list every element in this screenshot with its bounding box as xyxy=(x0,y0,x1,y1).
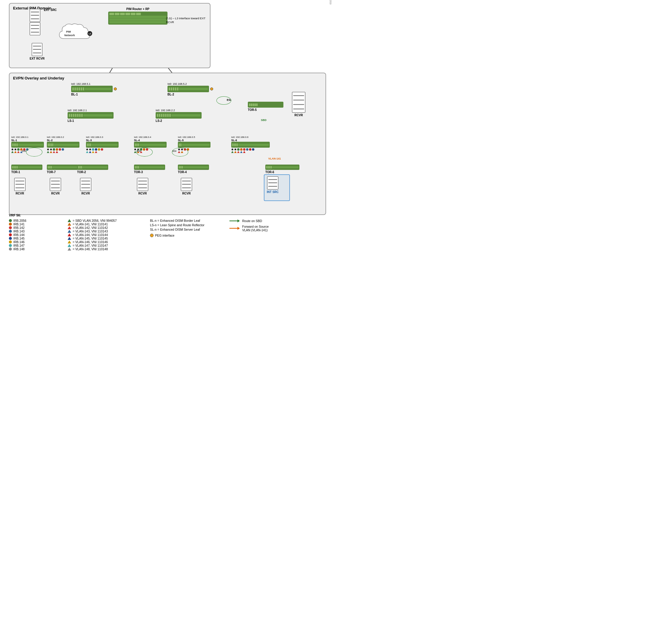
ext-src-label: EXT SRC xyxy=(44,8,56,12)
tor6-label: TOR-6 xyxy=(265,171,299,174)
tor1-area: TOR-1 xyxy=(11,164,43,174)
tor2-label: TOR-2 xyxy=(77,171,108,174)
rcvr-tor1: RCVR xyxy=(14,178,26,195)
legend-irb148: IRB.148 xyxy=(9,247,65,251)
tor4-area: TOR-4 xyxy=(178,164,209,174)
ls1-label: LS-1 xyxy=(68,119,114,123)
rcvr-right-label: RCVR xyxy=(292,114,305,117)
sbd-label: SBD xyxy=(261,118,266,122)
rcvr-tor7: RCVR xyxy=(50,178,61,195)
legend-vni-142: = VLAN-142, VNI 110142 xyxy=(68,226,148,229)
main-diagram: External PIM Domain EXT SRC EXT RCVR PIM xyxy=(0,0,334,6)
bl2-io-label: Io0: 192.168.5.2 xyxy=(167,82,213,85)
peg-icon xyxy=(150,234,153,237)
evpn-label: EVPN Overlay and Underlay xyxy=(13,76,64,81)
tor7-switch xyxy=(47,164,78,170)
bl1-switch xyxy=(71,86,113,92)
legend-peg-desc: PEG interface xyxy=(150,234,227,237)
sl6-area: Io0: 192.168.0.6 SL-6 xyxy=(231,136,270,153)
legend-title: VRF 56: xyxy=(9,213,323,217)
vlan141-label: VLAN-141 xyxy=(268,157,281,160)
pim-cloud: PIM Network xyxy=(58,22,91,43)
tor5-switch xyxy=(248,102,283,108)
bl1-area: Io0: 192.168.5.1 BL-1 xyxy=(71,82,117,96)
legend-irb2056: IRB.2056 xyxy=(9,219,65,222)
tor1-label: TOR-1 xyxy=(11,171,43,174)
ls2-label: LS-2 xyxy=(156,119,201,123)
sl2-area: Io0: 192.168.0.2 SL-2 xyxy=(47,136,79,153)
tor7-label: TOR-7 xyxy=(47,171,78,174)
legend-grid: IRB.2056 IRB.141 IRB.142 IRB.143 IRB.144… xyxy=(9,219,323,251)
esi-label-sl1: ESI xyxy=(22,150,26,152)
legend-irb142: IRB.142 xyxy=(9,226,65,229)
legend-bl-desc: BL-n = Enhanced OISM Border Leaf xyxy=(150,219,227,222)
doc-id: JR-001059 xyxy=(329,0,332,4)
ls1-io-label: Io0: 192.168.2.1 xyxy=(68,109,114,112)
int-src-label: INT SRC xyxy=(267,190,279,194)
ls1-area: Io0: 192.168.2.1 LS-1 xyxy=(68,109,114,123)
tor4-label: TOR-4 xyxy=(178,171,209,174)
l3-label: L3 xyxy=(88,33,91,35)
ls2-io-label: Io0: 192.168.2.2 xyxy=(156,109,201,112)
rcvr-tor2: RCVR xyxy=(80,178,91,195)
svg-text:Network: Network xyxy=(64,34,75,37)
sl3-area: Io0: 192.168.0.3 SL-3 xyxy=(86,136,118,153)
legend-irb145: IRB.145 xyxy=(9,237,65,240)
int-src-device: INT SRC xyxy=(267,176,279,194)
esi-oval-sl1 xyxy=(26,148,43,157)
legend-irb144: IRB.144 xyxy=(9,233,65,237)
tor6-switch xyxy=(265,164,299,170)
legend-vni-144: = VLAN-144, VNI 110144 xyxy=(68,233,148,237)
ls1-switch xyxy=(68,112,114,118)
l3-dot: L3 xyxy=(87,31,92,36)
legend-forward-vlan: Forward on SourceVLAN (VLAN-141) xyxy=(229,225,295,232)
tor6-area: TOR-6 xyxy=(265,164,299,174)
ext-rcvr-device: EXT RCVR xyxy=(30,43,45,60)
tor3-area: TOR-3 xyxy=(134,164,165,174)
star-g-annotation: (*,G) – L3 Interface toward EXT RCVR xyxy=(166,16,208,24)
legend-section: VRF 56: IRB.2056 IRB.141 IRB.142 IRB.143… xyxy=(9,213,323,251)
rcvr-right-device: RCVR xyxy=(292,92,305,117)
pim-router-switch xyxy=(108,12,167,25)
legend-vni-145: = VLAN-145, VNI 110145 xyxy=(68,237,148,240)
ext-rcvr-label: EXT RCVR xyxy=(30,57,45,60)
bl2-label: BL-2 xyxy=(167,93,213,96)
tor3-switch xyxy=(134,164,165,170)
tor4-switch xyxy=(178,164,209,170)
svg-text:PIM: PIM xyxy=(66,30,71,33)
legend-ls-desc: LS-n = Lean Spine and Route Reflector xyxy=(150,223,227,227)
legend-vni-148: = VLAN-148, VNI 110148 xyxy=(68,247,148,251)
sl3-switch xyxy=(86,142,118,148)
legend-irb146: IRB.146 xyxy=(9,240,65,244)
bl1-peg xyxy=(114,87,117,91)
rcvr-tor3: RCVR xyxy=(137,178,148,195)
esi-label-sl4: ESI xyxy=(137,150,141,152)
legend-vni-147: = VLAN-147, VNI 110147 xyxy=(68,244,148,247)
legend-vni-146: = VLAN-146, VNI 110146 xyxy=(68,240,148,244)
tor5-area: TOR-5 xyxy=(248,102,283,112)
legend-route-sbd: Route on SBD xyxy=(229,219,295,223)
sl6-switch xyxy=(231,142,270,148)
legend-vni-141: = VLAN-141, VNI 110141 xyxy=(68,222,148,226)
tor2-switch xyxy=(77,164,108,170)
rcvr-tor4: RCVR xyxy=(181,178,192,195)
ls2-switch xyxy=(156,112,201,118)
pim-router-label: PIM Router + RP xyxy=(101,7,175,11)
svg-marker-38 xyxy=(238,220,240,222)
pim-router-area: PIM Router + RP xyxy=(101,7,175,25)
tor2-area: TOR-2 xyxy=(77,164,108,174)
legend-irb141: IRB.141 xyxy=(9,222,65,226)
sl5-switch xyxy=(178,142,210,148)
svg-marker-40 xyxy=(238,227,240,230)
legend-sl-desc: SL-n = Enhanced OISM Server Leaf xyxy=(150,228,227,231)
esi-oval-top xyxy=(216,96,231,104)
tor7-area: TOR-7 xyxy=(47,164,78,174)
legend-vni-2056: = SBD VLAN 2056, VNI 994057 xyxy=(68,219,148,222)
sl2-switch xyxy=(47,142,79,148)
legend-irb147: IRB.147 xyxy=(9,244,65,247)
esi-label-sl5: ESI xyxy=(173,150,176,152)
legend-vni-143: = VLAN-143, VNI 110143 xyxy=(68,229,148,233)
ls2-area: Io0: 192.168.2.2 LS-2 xyxy=(156,109,201,123)
sl4-switch xyxy=(134,142,167,148)
tor1-switch xyxy=(11,164,43,170)
